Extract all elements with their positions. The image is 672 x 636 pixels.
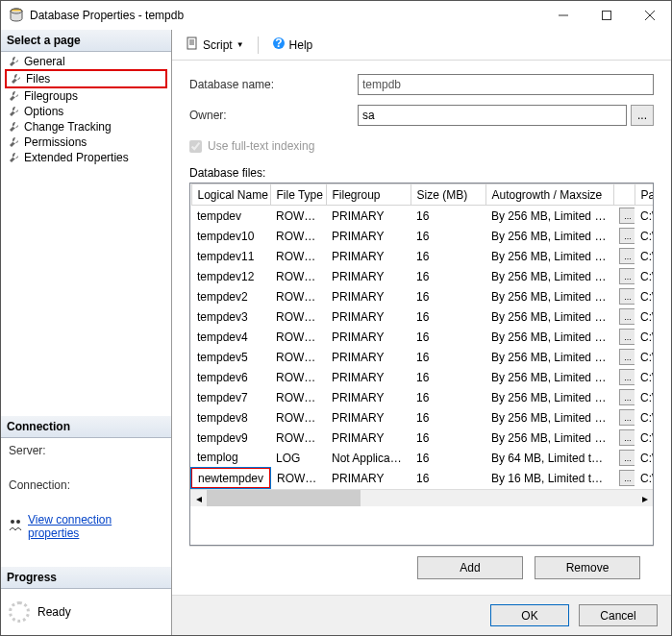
column-header[interactable] bbox=[613, 184, 635, 206]
sidebar-item-change-tracking[interactable]: Change Tracking bbox=[5, 119, 167, 135]
logical-name-cell: tempdev4 bbox=[191, 327, 270, 347]
path-cell: C:\ bbox=[635, 266, 654, 286]
server-label: Server: bbox=[9, 444, 163, 457]
script-button[interactable]: Script ▼ bbox=[182, 35, 248, 55]
table-row[interactable]: templogLOGNot Applicable16By 64 MB, Limi… bbox=[191, 448, 654, 468]
size-cell: 16 bbox=[411, 306, 485, 327]
column-header[interactable]: Size (MB) bbox=[411, 184, 485, 206]
sidebar-item-label: Filegroups bbox=[24, 89, 78, 103]
size-cell: 16 bbox=[411, 387, 485, 407]
autogrowth-cell: By 16 MB, Limited to 2... bbox=[485, 468, 613, 488]
right-pane: Script ▼ ? Help Database name: Owner: ..… bbox=[172, 30, 671, 635]
table-row[interactable]: tempdev3ROWS...PRIMARY16By 256 MB, Limit… bbox=[191, 306, 654, 327]
sidebar-item-label: Change Tracking bbox=[24, 120, 112, 134]
file-type-cell: ROWS... bbox=[270, 387, 326, 407]
view-connection-link[interactable]: View connection properties bbox=[28, 513, 163, 540]
logical-name-cell-editing[interactable] bbox=[191, 468, 270, 488]
horizontal-scrollbar[interactable]: ◂ ▸ bbox=[190, 489, 653, 506]
autogrowth-edit-button[interactable]: ... bbox=[619, 409, 635, 426]
table-row[interactable]: tempdev7ROWS...PRIMARY16By 256 MB, Limit… bbox=[191, 387, 654, 407]
table-row[interactable]: tempdev9ROWS...PRIMARY16By 256 MB, Limit… bbox=[191, 428, 654, 448]
path-cell: C:\ bbox=[635, 468, 654, 488]
filegroup-cell: PRIMARY bbox=[326, 266, 411, 286]
autogrowth-edit-button[interactable]: ... bbox=[619, 369, 635, 385]
sidebar-item-files[interactable]: Files bbox=[5, 69, 167, 88]
wrench-icon bbox=[7, 135, 20, 149]
scroll-right-icon[interactable]: ▸ bbox=[636, 490, 653, 506]
logical-name-input[interactable] bbox=[198, 472, 263, 485]
fulltext-label: Use full-text indexing bbox=[208, 139, 314, 153]
filegroup-cell: PRIMARY bbox=[326, 468, 411, 488]
sidebar-item-label: General bbox=[24, 55, 65, 68]
add-button[interactable]: Add bbox=[417, 556, 523, 579]
table-row[interactable]: tempdev12ROWS...PRIMARY16By 256 MB, Limi… bbox=[191, 266, 654, 286]
owner-field[interactable] bbox=[358, 105, 627, 126]
ok-button[interactable]: OK bbox=[490, 604, 569, 626]
logical-name-cell: tempdev6 bbox=[191, 367, 270, 387]
sidebar-item-label: Files bbox=[26, 72, 50, 86]
cancel-button[interactable]: Cancel bbox=[579, 604, 658, 626]
sidebar-item-permissions[interactable]: Permissions bbox=[5, 135, 167, 150]
connection-heading: Connection bbox=[1, 416, 171, 438]
logical-name-cell: tempdev bbox=[191, 206, 270, 227]
wrench-icon bbox=[7, 120, 20, 134]
autogrowth-edit-button[interactable]: ... bbox=[619, 268, 635, 284]
autogrowth-edit-button[interactable]: ... bbox=[619, 228, 635, 244]
table-row[interactable]: tempdev11ROWS...PRIMARY16By 256 MB, Limi… bbox=[191, 246, 654, 266]
autogrowth-edit-button[interactable]: ... bbox=[619, 470, 635, 486]
connection-icon bbox=[9, 519, 22, 535]
svg-point-7 bbox=[16, 520, 20, 524]
path-cell: C:\ bbox=[635, 428, 654, 448]
table-row[interactable]: ROWS...PRIMARY16By 16 MB, Limited to 2..… bbox=[191, 468, 654, 488]
autogrowth-edit-button[interactable]: ... bbox=[619, 308, 635, 325]
column-header[interactable]: Path bbox=[635, 184, 654, 206]
sidebar-item-general[interactable]: General bbox=[5, 54, 167, 69]
db-name-label: Database name: bbox=[189, 78, 358, 91]
autogrowth-edit-button[interactable]: ... bbox=[619, 288, 635, 305]
wrench-icon bbox=[7, 105, 20, 118]
remove-button[interactable]: Remove bbox=[535, 556, 640, 579]
autogrowth-edit-button[interactable]: ... bbox=[619, 329, 635, 345]
column-header[interactable]: File Type bbox=[270, 184, 326, 206]
autogrowth-edit-button[interactable]: ... bbox=[619, 349, 635, 365]
column-header[interactable]: Logical Name bbox=[191, 184, 270, 206]
table-row[interactable]: tempdev5ROWS...PRIMARY16By 256 MB, Limit… bbox=[191, 347, 654, 367]
column-header[interactable]: Filegroup bbox=[326, 184, 411, 206]
file-type-cell: ROWS... bbox=[270, 206, 326, 227]
table-row[interactable]: tempdev6ROWS...PRIMARY16By 256 MB, Limit… bbox=[191, 367, 654, 387]
autogrowth-edit-button[interactable]: ... bbox=[619, 389, 635, 405]
autogrowth-cell: By 256 MB, Limited to ... bbox=[485, 286, 613, 306]
autogrowth-edit-button[interactable]: ... bbox=[619, 450, 635, 466]
autogrowth-cell: By 256 MB, Limited to ... bbox=[485, 246, 613, 266]
column-header[interactable]: Autogrowth / Maxsize bbox=[485, 184, 613, 206]
owner-browse-button[interactable]: ... bbox=[631, 105, 654, 126]
file-type-cell: ROWS... bbox=[270, 286, 326, 306]
table-row[interactable]: tempdev8ROWS...PRIMARY16By 256 MB, Limit… bbox=[191, 407, 654, 428]
database-files-label: Database files: bbox=[189, 166, 654, 180]
autogrowth-edit-button[interactable]: ... bbox=[619, 429, 635, 446]
help-button[interactable]: ? Help bbox=[268, 35, 317, 55]
table-row[interactable]: tempdev10ROWS...PRIMARY16By 256 MB, Limi… bbox=[191, 226, 654, 246]
sidebar-item-extended-properties[interactable]: Extended Properties bbox=[5, 150, 167, 165]
table-row[interactable]: tempdevROWS...PRIMARY16By 256 MB, Limite… bbox=[191, 206, 654, 227]
autogrowth-cell: By 256 MB, Limited to ... bbox=[485, 347, 613, 367]
table-row[interactable]: tempdev4ROWS...PRIMARY16By 256 MB, Limit… bbox=[191, 327, 654, 347]
minimize-button[interactable] bbox=[541, 1, 585, 30]
logical-name-cell: tempdev7 bbox=[191, 387, 270, 407]
autogrowth-edit-button[interactable]: ... bbox=[619, 248, 635, 264]
filegroup-cell: Not Applicable bbox=[326, 448, 411, 468]
sidebar-item-filegroups[interactable]: Filegroups bbox=[5, 88, 167, 104]
file-type-cell: LOG bbox=[270, 448, 326, 468]
table-row[interactable]: tempdev2ROWS...PRIMARY16By 256 MB, Limit… bbox=[191, 286, 654, 306]
logical-name-cell: tempdev10 bbox=[191, 226, 270, 246]
wrench-icon bbox=[7, 55, 20, 68]
file-type-cell: ROWS... bbox=[270, 428, 326, 448]
sidebar-item-options[interactable]: Options bbox=[5, 104, 167, 119]
maximize-button[interactable] bbox=[585, 1, 628, 30]
scroll-left-icon[interactable]: ◂ bbox=[190, 490, 207, 506]
autogrowth-cell: By 256 MB, Limited to ... bbox=[485, 206, 613, 227]
autogrowth-edit-button[interactable]: ... bbox=[619, 208, 635, 224]
close-button[interactable] bbox=[628, 1, 671, 30]
autogrowth-cell: By 256 MB, Limited to ... bbox=[485, 387, 613, 407]
path-cell: C:\ bbox=[635, 327, 654, 347]
